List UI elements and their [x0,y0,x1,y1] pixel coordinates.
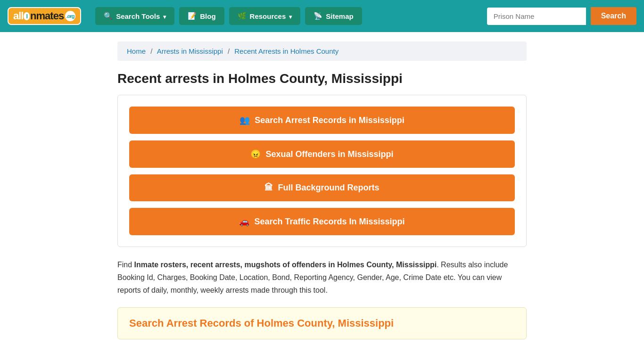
traffic-records-label: Search Traffic Records In Mississippi [254,217,405,227]
background-reports-icon: 🏛 [264,183,273,193]
search-tools-button[interactable]: 🔍 Search Tools [95,7,174,25]
prison-search-input[interactable] [487,8,586,25]
resources-icon: 🌿 [238,12,247,20]
arrest-records-label: Search Arrest Records in Mississippi [255,115,404,125]
sexual-offenders-button[interactable]: 😠 Sexual Offenders in Mississippi [129,140,515,168]
background-reports-button[interactable]: 🏛 Full Background Reports [129,174,515,201]
sitemap-icon: 📡 [314,12,322,20]
breadcrumb-current: Recent Arrests in Holmes County [234,47,339,55]
search-tools-label: Search Tools [116,12,160,20]
section-box: Search Arrest Records of Holmes County, … [117,307,527,339]
arrest-records-icon: 👥 [239,115,250,125]
breadcrumb-sep1: / [150,47,152,55]
logo[interactable]: allInmates.org [8,7,81,25]
breadcrumb: Home / Arrests in Mississippi / Recent A… [117,41,527,61]
blog-icon: 📝 [188,12,197,20]
desc-prefix: Find [117,261,134,269]
logo-text: allInmates.org [8,7,81,25]
sexual-offenders-label: Sexual Offenders in Mississippi [265,149,393,159]
resources-button[interactable]: 🌿 Resources [229,7,301,25]
search-tools-icon: 🔍 [104,12,113,20]
sitemap-button[interactable]: 📡 Sitemap [305,7,362,25]
breadcrumb-arrests[interactable]: Arrests in Mississippi [157,47,223,55]
navbar: allInmates.org 🔍 Search Tools 📝 Blog 🌿 R… [0,0,644,32]
desc-bold: Inmate rosters, recent arrests, mugshots… [134,261,437,269]
blog-label: Blog [200,12,215,20]
page-title: Recent arrests in Holmes County, Mississ… [117,71,527,86]
description-text: Find Inmate rosters, recent arrests, mug… [117,258,527,297]
blog-button[interactable]: 📝 Blog [179,7,224,25]
background-reports-label: Full Background Reports [278,183,379,193]
prison-search-button[interactable]: Search [591,7,636,25]
action-buttons-box: 👥 Search Arrest Records in Mississippi 😠… [117,95,527,247]
main-content: Home / Arrests in Mississippi / Recent A… [110,32,534,349]
breadcrumb-sep2: / [228,47,230,55]
section-title: Search Arrest Records of Holmes County, … [129,317,515,329]
arrest-records-button[interactable]: 👥 Search Arrest Records in Mississippi [129,107,515,134]
traffic-records-button[interactable]: 🚗 Search Traffic Records In Mississippi [129,208,515,235]
sexual-offenders-icon: 😠 [250,149,261,159]
traffic-records-icon: 🚗 [239,216,249,227]
search-tools-dropdown-icon [163,12,166,20]
resources-label: Resources [250,12,286,20]
resources-dropdown-icon [289,12,292,20]
sitemap-label: Sitemap [326,12,353,20]
breadcrumb-home[interactable]: Home [127,47,146,55]
search-btn-label: Search [601,12,626,20]
